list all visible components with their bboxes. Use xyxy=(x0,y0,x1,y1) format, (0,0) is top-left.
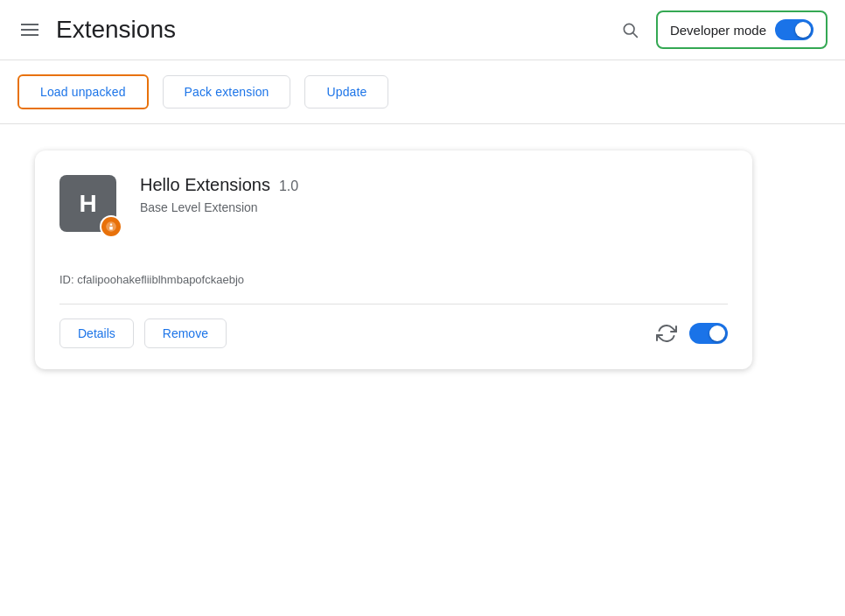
developer-mode-box: Developer mode xyxy=(656,10,828,49)
update-button[interactable]: Update xyxy=(304,75,388,108)
details-button[interactable]: Details xyxy=(59,318,134,348)
extension-name-row: Hello Extensions 1.0 xyxy=(140,175,728,195)
extension-card: H Hello Extensions 1.0 Base Level Extens… xyxy=(35,150,752,369)
load-unpacked-button[interactable]: Load unpacked xyxy=(17,74,149,109)
card-top: H Hello Extensions 1.0 Base Level Extens… xyxy=(59,175,728,238)
extension-toggle[interactable] xyxy=(689,323,728,344)
page-title: Extensions xyxy=(56,16,176,44)
svg-rect-4 xyxy=(109,227,113,230)
remove-button[interactable]: Remove xyxy=(144,318,227,348)
extension-icon-wrap: H xyxy=(59,175,122,238)
extension-description: Base Level Extension xyxy=(140,200,728,214)
reload-icon[interactable] xyxy=(656,323,677,344)
extension-version: 1.0 xyxy=(279,178,298,194)
card-bottom: Details Remove xyxy=(59,304,728,348)
developer-mode-label: Developer mode xyxy=(670,23,766,38)
pack-extension-button[interactable]: Pack extension xyxy=(163,75,291,108)
card-bottom-right xyxy=(656,323,728,344)
hamburger-icon[interactable] xyxy=(17,20,42,39)
svg-line-1 xyxy=(633,33,638,38)
search-icon[interactable] xyxy=(614,14,646,46)
extension-info: Hello Extensions 1.0 Base Level Extensio… xyxy=(140,175,728,214)
main-content: H Hello Extensions 1.0 Base Level Extens… xyxy=(0,124,845,396)
extension-icon-letter: H xyxy=(79,190,96,218)
header-left: Extensions xyxy=(17,16,176,44)
toolbar: Load unpacked Pack extension Update xyxy=(0,60,845,124)
extension-badge xyxy=(100,215,122,238)
extension-name: Hello Extensions xyxy=(140,175,270,195)
header: Extensions Developer mode xyxy=(0,0,845,60)
header-right: Developer mode xyxy=(614,10,828,49)
svg-rect-3 xyxy=(110,224,112,226)
developer-mode-toggle[interactable] xyxy=(775,19,814,40)
extension-id: ID: cfalipoohakefliiblhmbapofckaebjo xyxy=(59,273,728,286)
